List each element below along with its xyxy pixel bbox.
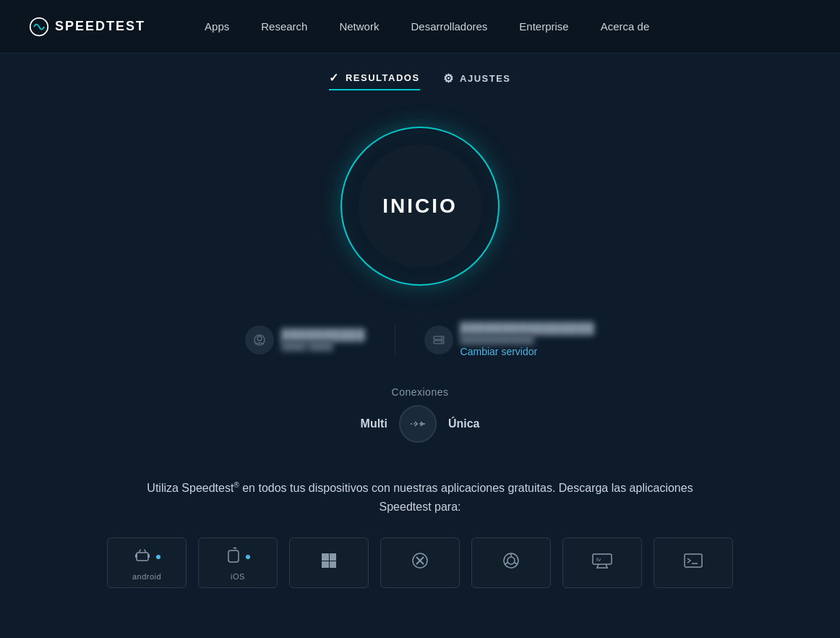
android-dot bbox=[156, 555, 160, 559]
tab-results-label: RESULTADOS bbox=[346, 72, 420, 83]
platform-ios[interactable]: iOS bbox=[198, 537, 278, 588]
svg-rect-35 bbox=[685, 554, 702, 567]
logo-text: SPEEDTEST bbox=[55, 19, 145, 34]
nav-links: Apps Research Network Desarrolladores En… bbox=[189, 0, 811, 54]
inicio-button[interactable]: INICIO bbox=[359, 145, 481, 268]
svg-line-29 bbox=[514, 563, 517, 565]
connections-label: Conexiones bbox=[392, 386, 449, 398]
svg-rect-9 bbox=[137, 553, 148, 561]
svg-rect-18 bbox=[322, 553, 329, 561]
nav-link-network[interactable]: Network bbox=[323, 0, 395, 54]
platform-android[interactable]: android bbox=[107, 537, 187, 588]
nav-link-research[interactable]: Research bbox=[245, 0, 323, 54]
speed-circle-container: INICIO bbox=[340, 127, 500, 286]
ios-icon bbox=[226, 545, 241, 569]
svg-rect-30 bbox=[593, 554, 612, 564]
svg-rect-19 bbox=[330, 553, 336, 561]
svg-point-15 bbox=[144, 549, 145, 550]
tabs-row: ✓ RESULTADOS ⚙ AJUSTES bbox=[0, 54, 840, 98]
server-name: ████████████████ bbox=[460, 322, 595, 334]
main-content: INICIO ██████████ ████ ████ bbox=[0, 98, 840, 610]
navbar: SPEEDTEST Apps Research Network Desarrol… bbox=[0, 0, 840, 54]
server-icon bbox=[424, 326, 453, 354]
connection-toggle-button[interactable] bbox=[399, 405, 437, 443]
tab-results[interactable]: ✓ RESULTADOS bbox=[329, 67, 419, 90]
platform-chrome-app[interactable] bbox=[380, 537, 460, 588]
svg-text:tv: tv bbox=[596, 556, 601, 563]
android-label: android bbox=[132, 572, 161, 581]
speedtest-logo-icon bbox=[29, 17, 49, 37]
server-block: ████████████████ ████████████ Cambiar se… bbox=[424, 322, 595, 357]
info-row: ██████████ ████ ████ ████████████████ ██… bbox=[245, 322, 594, 357]
tab-settings[interactable]: ⚙ AJUSTES bbox=[443, 67, 511, 90]
platform-appletv[interactable]: tv bbox=[562, 537, 642, 588]
unica-label: Única bbox=[448, 417, 480, 430]
platform-chrome-ext[interactable] bbox=[471, 537, 551, 588]
nav-link-apps[interactable]: Apps bbox=[189, 0, 245, 54]
svg-point-5 bbox=[441, 337, 442, 339]
svg-rect-10 bbox=[135, 554, 137, 558]
platforms-row: android iOS bbox=[107, 537, 733, 610]
server-text-block: ████████████████ ████████████ Cambiar se… bbox=[460, 322, 595, 357]
connections-section: Conexiones Multi Única bbox=[361, 386, 480, 443]
svg-point-2 bbox=[257, 336, 262, 341]
isp-icon bbox=[245, 326, 274, 354]
android-icon bbox=[133, 545, 152, 569]
windows-icon bbox=[320, 551, 338, 574]
nav-link-enterprise[interactable]: Enterprise bbox=[503, 0, 584, 54]
promo-section: Utiliza Speedtest® en todos tus disposit… bbox=[0, 479, 840, 516]
svg-rect-16 bbox=[228, 550, 239, 562]
tab-settings-label: AJUSTES bbox=[460, 73, 510, 84]
svg-point-14 bbox=[140, 549, 141, 550]
appletv-icon: tv bbox=[591, 551, 613, 574]
ios-dot bbox=[246, 555, 250, 559]
logo[interactable]: SPEEDTEST bbox=[29, 17, 145, 37]
ios-label: iOS bbox=[231, 572, 245, 581]
platform-windows[interactable] bbox=[289, 537, 369, 588]
change-server-link[interactable]: Cambiar servidor bbox=[460, 346, 595, 357]
isp-detail: ████ ████ bbox=[281, 341, 365, 351]
nav-link-about[interactable]: Acerca de bbox=[585, 0, 666, 54]
promo-text: Utiliza Speedtest® en todos tus disposit… bbox=[145, 479, 695, 516]
isp-text-block: ██████████ ████ ████ bbox=[281, 328, 365, 351]
info-divider bbox=[395, 326, 395, 354]
svg-rect-21 bbox=[330, 561, 336, 568]
android-card-inner bbox=[133, 545, 160, 569]
server-detail: ████████████ bbox=[460, 334, 595, 344]
check-icon: ✓ bbox=[329, 71, 340, 85]
platform-cli[interactable] bbox=[653, 537, 733, 588]
speed-circle-outer: INICIO bbox=[340, 127, 500, 286]
svg-point-6 bbox=[441, 341, 442, 343]
connections-toggle: Multi Única bbox=[361, 405, 480, 443]
chrome-circle-icon bbox=[502, 551, 520, 574]
svg-rect-20 bbox=[322, 561, 329, 568]
nav-link-developers[interactable]: Desarrolladores bbox=[395, 0, 503, 54]
cli-icon bbox=[683, 551, 703, 574]
isp-block: ██████████ ████ ████ bbox=[245, 326, 365, 354]
chrome-x-icon bbox=[411, 551, 429, 574]
gear-icon: ⚙ bbox=[443, 72, 455, 85]
ios-card-inner bbox=[226, 545, 250, 569]
svg-rect-11 bbox=[147, 554, 150, 558]
isp-name: ██████████ bbox=[281, 328, 365, 341]
svg-point-26 bbox=[507, 557, 515, 564]
multi-label: Multi bbox=[361, 417, 387, 430]
inicio-label: INICIO bbox=[382, 195, 458, 218]
svg-line-28 bbox=[505, 563, 508, 565]
